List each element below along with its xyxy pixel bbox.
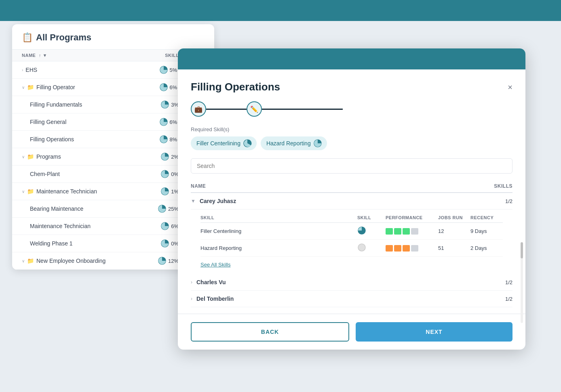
sub-skill-name-hazard: Hazard Reporting: [200, 245, 357, 251]
search-input[interactable]: [191, 158, 512, 174]
skill-pct-1: 6%: [170, 84, 177, 90]
see-all-skills-link[interactable]: See All Skills: [200, 259, 230, 270]
carey-name: Carey Juhasz: [200, 198, 505, 204]
stepper: 💼 ✏️: [191, 101, 512, 117]
perf-bar-3: [403, 228, 410, 235]
row-name-text: New Employee Onboarding: [36, 258, 105, 264]
perf-bar-h1: [386, 245, 393, 252]
all-programs-header: 📋 All Programs: [12, 24, 214, 50]
charles-name: Charles Vu: [196, 279, 505, 285]
folder-icon: 📁: [27, 84, 34, 90]
filler-skill-pie: [357, 226, 366, 235]
skill-pie-1: [159, 135, 168, 144]
skill-pie-1: [158, 256, 167, 265]
skills-col-header: SKILLS: [460, 183, 512, 189]
next-button[interactable]: NEXT: [356, 322, 512, 342]
sub-skill-icon-hazard: [357, 243, 386, 253]
row-name-text: Maintenance Technician: [36, 188, 97, 195]
skill-badge-1: 0%: [160, 239, 179, 248]
step-line-2: [262, 109, 343, 110]
modal-title-text: Filling Operations: [191, 81, 280, 93]
sub-rec-col-header: Recency: [470, 215, 503, 220]
skill-pct-1: 6%: [170, 119, 177, 125]
person-row-del[interactable]: › Del Tomberlin 1/2: [191, 291, 512, 307]
sub-row-hazard: Hazard Reporting: [200, 240, 503, 257]
skill-pct-1: 8%: [170, 136, 177, 143]
modal-header-bar: [178, 48, 525, 69]
row-name-text: Filling General: [30, 119, 66, 125]
carey-score: 1/2: [505, 198, 512, 204]
skill-pie-1: [159, 117, 168, 126]
see-all-skills-row: See All Skills: [200, 257, 503, 273]
row-name-text: Filling Fundamentals: [30, 101, 82, 108]
charles-chevron-icon: ›: [191, 279, 192, 285]
person-row-carey[interactable]: ▼ Carey Juhasz 1/2: [191, 193, 512, 210]
svg-point-27: [358, 244, 365, 251]
close-button[interactable]: ×: [508, 83, 512, 91]
carey-chevron-icon: ▼: [191, 198, 196, 204]
sub-row-filler: Filler Centerlining: [200, 223, 503, 240]
perf-bar-2: [394, 228, 401, 235]
people-table: NAME SKILLS ▼ Carey Juhasz 1/2 Skill Ski…: [191, 180, 512, 307]
skill-badge-1: 3%: [160, 100, 179, 109]
row-name-cell: Filling Fundamentals: [30, 101, 156, 108]
skill-pct-1: 25%: [168, 206, 179, 212]
back-button[interactable]: BACK: [191, 322, 349, 342]
row-name-cell: Maintenance Technician: [30, 223, 156, 229]
row-name-text: Maintenance Technician: [30, 223, 91, 229]
skill-badge-1: 8%: [159, 135, 177, 144]
folder-icon: 📁: [27, 258, 34, 264]
skill-badge-1: 6%: [160, 222, 179, 231]
skill-chip-hazard-reporting[interactable]: Hazard Reporting: [261, 136, 327, 150]
sub-jobs-filler: 12: [438, 228, 470, 234]
name-col-header: NAME: [191, 183, 460, 189]
person-row-charles[interactable]: › Charles Vu 1/2: [191, 274, 512, 291]
sub-jobs-col-header: Jobs Run: [438, 215, 470, 220]
row-name-text: Filling Operations: [30, 136, 74, 143]
step-line-1: [206, 109, 247, 110]
skill-badge-1: 5%: [159, 65, 177, 74]
row-name-cell: Welding Phase 1: [30, 240, 156, 247]
row-name-cell: Bearing Maintenance: [30, 205, 156, 212]
perf-bar-1: [386, 228, 393, 235]
perf-bars-filler: [386, 228, 438, 235]
sort-icon: ↑ ▼: [39, 53, 47, 58]
modal-body: Filling Operations × 💼 ✏️ Required Skill…: [178, 69, 525, 307]
filler-centerlining-pie-icon: [243, 139, 252, 148]
modal-title-row: Filling Operations ×: [191, 81, 512, 93]
row-name-cell: ∨📁Filling Operator: [22, 84, 156, 90]
carey-sub-table: Skill Skill Performance Jobs Run Recency…: [191, 210, 512, 274]
perf-bar-h3: [403, 245, 410, 252]
skill-badge-1: 6%: [159, 117, 177, 126]
person-carey-section: ▼ Carey Juhasz 1/2 Skill Skill Performan…: [191, 193, 512, 274]
row-chevron-icon[interactable]: ›: [22, 68, 23, 72]
skill-chip-filler-centerlining[interactable]: Filler Centerlining: [191, 136, 257, 150]
scrollbar-track[interactable]: [521, 242, 523, 323]
row-name-cell: ›EHS: [22, 67, 156, 73]
row-name-cell: ∨📁New Employee Onboarding: [22, 258, 156, 264]
charles-score: 1/2: [505, 279, 512, 285]
skill-badge-1: 0%: [160, 170, 179, 178]
row-chevron-icon[interactable]: ∨: [22, 189, 25, 194]
row-chevron-icon[interactable]: ∨: [22, 259, 25, 263]
required-skills-label: Required Skill(s): [191, 126, 512, 132]
row-chevron-icon[interactable]: ∨: [22, 85, 25, 90]
programs-list-icon: 📋: [22, 32, 33, 43]
sub-perf-col-header: Performance: [386, 215, 438, 220]
perf-bar-4: [411, 228, 418, 235]
row-name-cell: Filling General: [30, 119, 156, 125]
del-chevron-icon: ›: [191, 296, 192, 302]
skill-badge-1: 1%: [160, 187, 179, 196]
people-table-header: NAME SKILLS: [191, 180, 512, 193]
folder-icon: 📁: [27, 188, 34, 195]
sub-jobs-hazard: 51: [438, 245, 470, 251]
skill-badge-1: 12%: [158, 256, 179, 265]
row-name-text: Filling Operator: [36, 84, 75, 90]
sub-perf-hazard: [386, 245, 438, 252]
skill-pie-1: [160, 187, 169, 196]
row-chevron-icon[interactable]: ∨: [22, 155, 25, 159]
scrollbar-thumb[interactable]: [521, 242, 523, 258]
folder-icon: 📁: [27, 153, 34, 160]
step1-icon: 💼: [191, 101, 206, 117]
skill-pct-1: 12%: [168, 258, 179, 264]
